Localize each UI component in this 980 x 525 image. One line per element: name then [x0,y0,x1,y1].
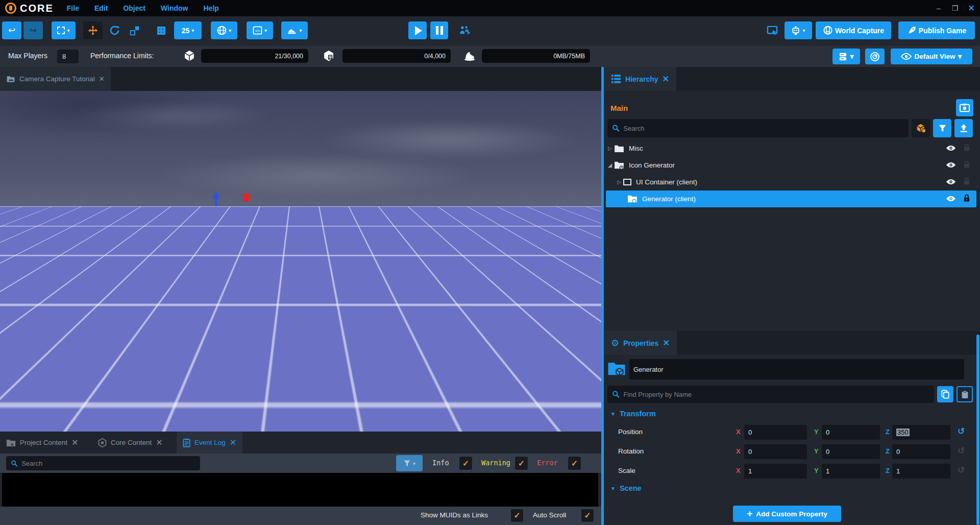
max-players-input[interactable]: 8 [57,50,79,63]
info-filter-checkbox[interactable]: ✓ [459,456,473,470]
gizmo-x-axis[interactable] [217,228,245,231]
log-filter-dropdown[interactable]: ▾ [396,455,423,471]
tree-item-ui-container[interactable]: ▷ UI Container (client) [606,174,976,190]
transform-section-header[interactable]: ▼ Transform [610,410,656,418]
restore-button[interactable]: ❐ [950,4,960,12]
tree-item-misc[interactable]: ▷ Misc [606,140,976,157]
reset-rotation-button[interactable]: ↺ [958,445,965,456]
gizmo-origin[interactable] [214,229,220,235]
script-viewer-dropdown[interactable]: <> ▾ [247,21,273,39]
close-icon[interactable]: ✕ [230,438,236,447]
close-icon[interactable]: ✕ [99,75,105,83]
position-z-input[interactable]: 350 [892,425,950,440]
bot-tools-dropdown[interactable]: ▾ [785,21,812,39]
expand-arrow-icon[interactable]: ▷ [606,146,614,151]
close-button[interactable]: ✕ [967,4,976,13]
event-log-search[interactable] [6,456,200,470]
menu-window[interactable]: Window [161,4,188,12]
paste-properties-button[interactable] [957,386,973,402]
event-log-output[interactable] [2,473,598,507]
expand-arrow-icon[interactable]: ▷ [615,179,623,185]
performance-panel-button[interactable] [865,49,885,64]
pause-button[interactable] [430,21,448,39]
play-button[interactable] [408,21,427,39]
scene-section-header[interactable]: ▼ Scene [610,484,642,492]
grid-snap-button[interactable] [152,21,170,39]
tab-camera-capture-tutorial[interactable]: Camera Capture Tutorial ✕ [0,67,111,91]
publish-game-button[interactable]: Publish Game [898,21,975,39]
export-button[interactable] [954,119,973,137]
collapse-arrow-icon[interactable]: ◢ [606,162,614,169]
lock-icon[interactable] [963,177,970,187]
close-icon[interactable]: ✕ [663,338,669,348]
reset-scale-button[interactable]: ↺ [958,465,965,475]
world-capture-button[interactable]: World Capture [816,21,891,39]
redo-button[interactable]: ↪ [23,21,43,39]
tab-label: Hierarchy [625,75,658,83]
tab-hierarchy[interactable]: Hierarchy ✕ [604,67,676,91]
lock-icon[interactable] [963,194,970,204]
add-custom-property-button[interactable]: + Add Custom Property [733,506,841,522]
scene-capture-button[interactable] [956,99,973,116]
warning-filter-checkbox[interactable]: ✓ [514,456,528,470]
terrain-dropdown[interactable]: ▾ [281,21,308,39]
menu-help[interactable]: Help [203,4,218,12]
show-muids-checkbox[interactable]: ✓ [510,509,524,522]
tab-properties[interactable]: ⚙ Properties ✕ [604,331,677,355]
hierarchy-search[interactable] [607,119,909,137]
lock-icon[interactable] [963,144,970,154]
hierarchy-search-input[interactable] [623,125,904,132]
multiplayer-preview-button[interactable] [456,21,474,39]
gizmo-object-marker[interactable] [243,194,250,201]
frame-selection-button[interactable] [764,21,781,39]
visibility-eye-icon[interactable] [946,161,956,170]
world-settings-dropdown[interactable]: ▾ [211,21,237,39]
close-icon[interactable]: ✕ [71,438,78,447]
visibility-eye-icon[interactable] [946,145,956,153]
object-name-field[interactable]: Generator [629,359,964,379]
auto-scroll-checkbox[interactable]: ✓ [581,509,594,522]
scale-tool-button[interactable] [126,21,144,39]
close-icon[interactable]: ✕ [156,438,162,447]
menu-edit[interactable]: Edit [94,4,108,12]
gizmo-z-axis[interactable] [216,198,217,232]
undo-button[interactable]: ↩ [2,21,21,39]
find-property-search[interactable] [607,386,934,403]
minimize-button[interactable]: – [934,4,943,12]
move-tool-button[interactable] [83,21,103,39]
position-x-input[interactable]: 0 [744,425,807,440]
transform-gizmo[interactable] [204,187,261,240]
rotation-x-input[interactable]: 0 [744,444,807,459]
show-templates-button[interactable] [912,119,930,137]
tab-event-log[interactable]: Event Log ✕ [177,432,242,454]
default-view-dropdown[interactable]: Default View ▾ [891,49,972,64]
copy-properties-button[interactable] [937,386,953,402]
menu-file[interactable]: File [67,4,79,12]
tree-item-icon-generator[interactable]: ◢ Icon Generator [606,157,976,174]
scale-x-input[interactable]: 1 [744,464,807,479]
visibility-eye-icon[interactable] [946,178,956,187]
position-y-input[interactable]: 0 [822,425,880,440]
selection-mode-dropdown[interactable]: ▾ [52,21,76,39]
scale-y-input[interactable]: 1 [822,464,880,479]
rotation-z-input[interactable]: 0 [892,444,950,459]
snap-size-dropdown[interactable]: 25 ▾ [174,21,202,39]
viewport-3d-scene[interactable] [0,91,601,432]
find-property-input[interactable] [623,391,929,398]
event-log-search-input[interactable] [21,460,195,467]
rotate-tool-button[interactable] [105,21,124,39]
visibility-eye-icon[interactable] [946,195,956,204]
lock-icon[interactable] [963,160,970,171]
scale-z-input[interactable]: 1 [892,464,950,479]
properties-scrollbar[interactable] [976,335,979,525]
error-filter-checkbox[interactable]: ✓ [568,456,581,470]
reset-position-button[interactable]: ↺ [958,426,965,437]
hierarchy-filter-button[interactable] [933,119,951,137]
tab-core-content[interactable]: Core Content ✕ [92,432,169,454]
save-dropdown[interactable]: ▾ [832,49,860,64]
tab-project-content[interactable]: Project Content ✕ [0,432,84,454]
menu-object[interactable]: Object [123,4,145,12]
close-icon[interactable]: ✕ [663,74,669,84]
rotation-y-input[interactable]: 0 [822,444,880,459]
tree-item-generator-selected[interactable]: Generator (client) [606,190,976,207]
